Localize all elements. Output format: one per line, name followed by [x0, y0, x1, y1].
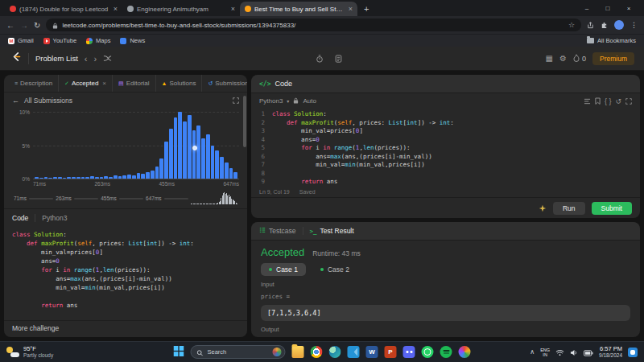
editor-code-line[interactable]: 2 def maxProfit(self, prices: List[int])… — [251, 119, 640, 128]
expand-icon[interactable] — [233, 97, 239, 104]
new-tab-button[interactable]: + — [364, 4, 369, 14]
tab-editorial[interactable]: ▤Editorial — [112, 75, 155, 92]
tab-close-icon[interactable]: × — [102, 80, 106, 87]
ai-sparkle-icon[interactable] — [539, 201, 547, 216]
chart-bar — [100, 177, 104, 179]
leetcode-logo-icon[interactable] — [10, 51, 22, 66]
submission-marker[interactable] — [192, 146, 197, 150]
file-explorer-icon[interactable] — [292, 346, 304, 358]
volume-icon[interactable] — [570, 345, 578, 360]
editor-code-line[interactable]: 9 return ans — [251, 178, 640, 186]
settings-gear-icon[interactable]: ⚙ — [559, 54, 567, 63]
window-close-button[interactable]: × — [618, 2, 639, 16]
test-result-body: Accepted Runtime: 43 ms Case 1Case 2 Inp… — [251, 241, 640, 337]
streak-counter[interactable]: 0 — [573, 54, 586, 64]
browser-tab[interactable]: (1874) Double for loop Leetcod× — [5, 2, 122, 16]
wifi-icon[interactable] — [555, 345, 564, 360]
edge-icon[interactable] — [329, 346, 341, 358]
browser-tab[interactable]: Engineering Animuthyam× — [122, 2, 240, 16]
bookmark-star-icon[interactable]: ☆ — [568, 21, 575, 29]
apps-grid-icon[interactable]: ▦ — [546, 54, 553, 63]
browser-tab[interactable]: Best Time to Buy and Sell Stock× — [240, 2, 357, 16]
all-submissions-link[interactable]: All Submissions — [24, 97, 72, 105]
search-highlight-icon[interactable] — [273, 348, 282, 356]
minimize-button[interactable]: – — [576, 2, 597, 16]
share-icon[interactable] — [587, 18, 594, 32]
notes-icon[interactable] — [335, 51, 342, 66]
tab-description[interactable]: ≡Description — [9, 75, 58, 92]
reload-icon[interactable]: ↻ — [34, 21, 40, 30]
scrollbar[interactable] — [243, 96, 246, 147]
chrome-icon[interactable] — [311, 346, 323, 358]
weather-temp: 95°F — [23, 346, 53, 352]
start-button[interactable] — [174, 345, 184, 360]
case-tab[interactable]: Case 1 — [261, 263, 306, 276]
profile-avatar[interactable] — [614, 20, 624, 30]
tab-close-icon[interactable]: × — [349, 5, 353, 13]
extensions-puzzle-icon[interactable] — [601, 18, 608, 32]
editor-code-line[interactable]: 1class Solution: — [251, 110, 640, 119]
word-icon[interactable] — [366, 346, 378, 358]
tab-solutions[interactable]: ▲Solutions — [155, 75, 202, 92]
bookmark-maps[interactable]: Maps — [86, 37, 110, 44]
save-status: Saved — [299, 189, 316, 195]
input-value-box[interactable]: [7,1,5,3,6,4] — [261, 305, 630, 321]
maximize-button[interactable]: □ — [597, 2, 618, 16]
tab-accepted[interactable]: ✓Accepted× — [58, 75, 112, 92]
tab-close-icon[interactable]: × — [231, 5, 235, 13]
bookmark-gmail[interactable]: Gmail — [8, 37, 34, 44]
language-indicator[interactable]: ENG IN — [540, 348, 550, 357]
back-arrow-icon[interactable]: ← — [12, 97, 19, 105]
editor-code-line[interactable]: 3 min_val=prices[0] — [251, 127, 640, 136]
vscode-icon[interactable] — [348, 346, 360, 358]
notifications-icon[interactable] — [628, 348, 638, 357]
browser-menu-icon[interactable]: ⋮ — [630, 21, 638, 29]
editor-code-line[interactable]: 8 — [251, 170, 640, 179]
more-challenges-link[interactable]: More challenge — [4, 320, 247, 337]
tray-chevron-icon[interactable]: ∧ — [530, 348, 535, 356]
tab-close-icon[interactable]: × — [114, 5, 118, 13]
problem-list-button[interactable]: Problem List — [35, 54, 78, 63]
all-bookmarks-button[interactable]: All Bookmarks — [587, 37, 636, 44]
search-box[interactable]: Search — [191, 345, 286, 359]
format-icon[interactable] — [584, 98, 591, 105]
whatsapp-icon[interactable] — [422, 346, 434, 358]
editor-code-line[interactable]: 4 ans=0 — [251, 136, 640, 145]
editor-code-line[interactable]: 5 for i in range(1,len(prices)): — [251, 144, 640, 153]
tab-submissions[interactable]: ↺Submissions — [201, 75, 247, 92]
bookmark-youtube[interactable]: YouTube — [43, 37, 76, 44]
tab-code[interactable]: Code — [275, 80, 292, 88]
chart-bar — [215, 150, 219, 179]
forward-icon[interactable]: → — [20, 21, 28, 30]
battery-icon[interactable] — [584, 345, 593, 360]
taskbar-clock[interactable]: 6:57 PM 9/18/2024 — [599, 346, 622, 358]
url-text[interactable]: leetcode.com/problems/best-time-to-buy-a… — [62, 22, 564, 29]
case-tab[interactable]: Case 2 — [312, 263, 357, 276]
snippets-braces-icon[interactable]: { } — [605, 97, 612, 105]
bookmark-icon[interactable] — [595, 97, 601, 105]
tab-testcase[interactable]: Testcase — [259, 227, 296, 235]
next-problem-icon[interactable]: › — [93, 54, 97, 64]
submit-button[interactable]: Submit — [592, 202, 632, 215]
timer-icon[interactable] — [316, 51, 324, 66]
weather-widget[interactable]: 95°F Partly cloudy — [6, 346, 53, 358]
back-icon[interactable]: ← — [6, 21, 14, 30]
discord-icon[interactable] — [403, 346, 415, 358]
run-button[interactable]: Run — [553, 202, 585, 215]
address-bar[interactable]: leetcode.com/problems/best-time-to-buy-a… — [46, 19, 581, 31]
fullscreen-icon[interactable] — [625, 98, 632, 105]
bookmark-news[interactable]: News — [120, 37, 145, 44]
runtime-range-slider[interactable]: 71ms263ms455ms647ms — [14, 192, 237, 204]
reset-code-icon[interactable]: ↺ — [615, 97, 621, 105]
shuffle-icon[interactable] — [103, 51, 112, 66]
editor-code-line[interactable]: 7 min_val=min(min_val,prices[i]) — [251, 161, 640, 170]
photos-icon[interactable] — [459, 346, 471, 358]
editor-lines[interactable]: 1class Solution:2 def maxProfit(self, pr… — [251, 109, 640, 186]
editor-code-line[interactable]: 6 ans=max(ans,(prices[i]-min_val)) — [251, 153, 640, 162]
prev-problem-icon[interactable]: ‹ — [85, 54, 88, 64]
spotify-icon[interactable] — [440, 346, 452, 358]
powerpoint-icon[interactable] — [385, 346, 397, 358]
premium-button[interactable]: Premium — [592, 52, 634, 65]
language-selector[interactable]: Python3 — [259, 97, 283, 105]
tab-test-result[interactable]: >_ Test Result — [310, 227, 354, 235]
